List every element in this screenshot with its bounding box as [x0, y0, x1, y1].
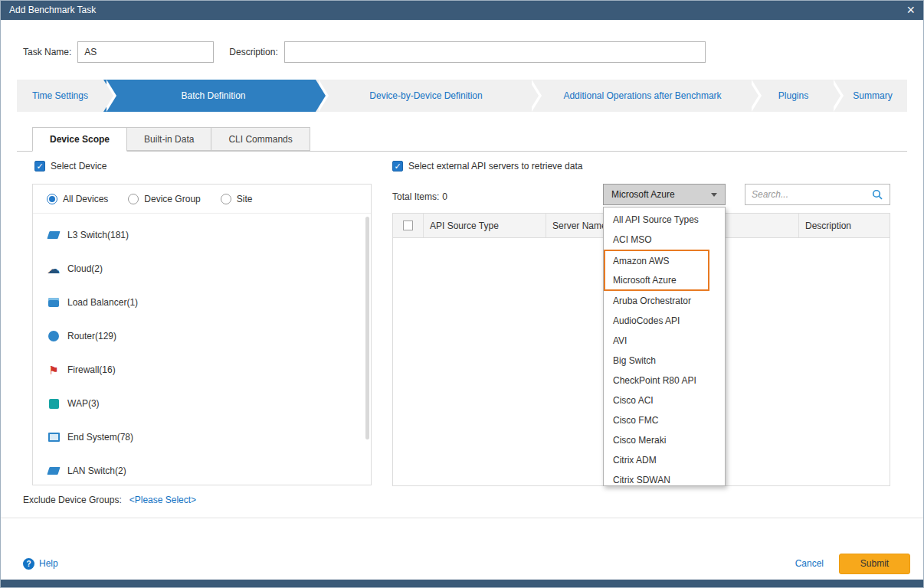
task-name-label: Task Name: [23, 47, 71, 57]
highlighted-options-box: Amazon AWS Microsoft Azure [604, 250, 709, 291]
wizard-steps: Time Settings Batch Definition Device-by… [17, 80, 907, 112]
exclude-device-groups-link[interactable]: <Please Select> [129, 495, 196, 505]
radio-device-group[interactable]: Device Group [128, 194, 200, 204]
device-list-scrollbar[interactable] [365, 217, 369, 439]
api-source-type-select[interactable]: Microsoft Azure [603, 184, 726, 205]
select-api-servers-checkbox[interactable] [392, 161, 403, 172]
dropdown-option-avi[interactable]: AVI [604, 331, 725, 351]
search-icon[interactable] [871, 188, 883, 201]
tab-built-in-data[interactable]: Built-in Data [127, 127, 211, 151]
router-icon [47, 329, 61, 343]
dropdown-option-big-switch[interactable]: Big Switch [604, 351, 725, 371]
description-input[interactable] [284, 41, 706, 63]
dropdown-option-all-api-source-types[interactable]: All API Source Types [604, 210, 725, 230]
wizard-step-time-settings[interactable]: Time Settings [17, 80, 103, 112]
title-bar: Add Benchmark Task × [0, 0, 924, 20]
dropdown-option-cisco-meraki[interactable]: Cisco Meraki [604, 430, 725, 450]
dropdown-option-cisco-fmc[interactable]: Cisco FMC [604, 410, 725, 430]
select-all-checkbox[interactable] [403, 220, 413, 230]
description-label: Description: [229, 47, 277, 57]
wizard-step-batch-definition[interactable]: Batch Definition [103, 80, 316, 112]
task-name-input[interactable] [77, 41, 214, 63]
dropdown-option-microsoft-azure[interactable]: Microsoft Azure [605, 270, 708, 289]
wizard-step-label: Batch Definition [181, 90, 245, 101]
radio-site[interactable]: Site [221, 194, 253, 204]
task-form-row: Task Name: Description: [23, 41, 706, 63]
api-source-type-value: Microsoft Azure [611, 189, 675, 200]
dropdown-option-cisco-aci[interactable]: Cisco ACI [604, 390, 725, 410]
firewall-icon [47, 363, 61, 377]
dropdown-option-aci-mso[interactable]: ACI MSO [604, 230, 725, 250]
header-description: Description [799, 214, 890, 237]
device-item-label: L3 Switch(181) [67, 230, 129, 240]
radio-device-group-control[interactable] [128, 194, 139, 204]
device-item-router[interactable]: Router(129) [47, 319, 371, 353]
select-device-checkbox[interactable] [34, 161, 45, 172]
search-input[interactable] [752, 189, 871, 200]
dropdown-option-citrix-sdwan[interactable]: Citrix SDWAN [604, 470, 725, 486]
device-item-cloud[interactable]: Cloud(2) [47, 252, 371, 286]
dropdown-option-amazon-aws[interactable]: Amazon AWS [605, 251, 708, 270]
dropdown-option-aruba-orchestrator[interactable]: Aruba Orchestrator [604, 291, 725, 311]
load-balancer-icon [47, 296, 61, 309]
device-item-label: Firewall(16) [67, 364, 116, 375]
device-item-lan-switch[interactable]: LAN Switch(2) [47, 454, 371, 488]
tab-device-scope[interactable]: Device Scope [32, 127, 127, 152]
cancel-button[interactable]: Cancel [795, 558, 824, 569]
device-item-label: Load Balancer(1) [67, 297, 138, 308]
radio-label: All Devices [63, 194, 108, 204]
end-system-icon [47, 430, 61, 444]
lan-switch-icon [47, 464, 61, 478]
wizard-step-label: Time Settings [32, 90, 88, 101]
wizard-step-label: Plugins [778, 90, 808, 101]
device-item-label: Cloud(2) [67, 263, 103, 274]
total-items: Total Items: 0 [392, 191, 447, 202]
device-item-end-system[interactable]: End System(78) [47, 420, 371, 454]
tab-cli-commands[interactable]: CLI Commands [211, 127, 310, 151]
bottom-bar [0, 580, 924, 588]
search-box [745, 184, 890, 205]
footer-separator [0, 518, 924, 518]
device-scope-box: All Devices Device Group Site L3 Switch(… [32, 184, 372, 485]
device-item-load-balancer[interactable]: Load Balancer(1) [47, 286, 371, 319]
window-title: Add Benchmark Task [9, 5, 96, 15]
submit-button[interactable]: Submit [839, 554, 910, 574]
footer-actions: Cancel Submit [795, 554, 910, 574]
help-icon: ? [23, 558, 34, 570]
device-item-label: Router(129) [67, 331, 116, 341]
tab-strip: Device Scope Built-in Data CLI Commands [32, 127, 310, 152]
chevron-down-icon [711, 193, 717, 197]
total-items-value: 0 [442, 191, 447, 202]
device-item-l3-switch[interactable]: L3 Switch(181) [47, 218, 371, 252]
dropdown-option-audiocodes-api[interactable]: AudioCodes API [604, 311, 725, 331]
exclude-device-groups-label: Exclude Device Groups: [23, 495, 122, 505]
header-checkbox-cell [393, 214, 424, 237]
device-type-list: L3 Switch(181) Cloud(2) Load Balancer(1)… [33, 214, 371, 488]
device-item-label: End System(78) [67, 432, 133, 443]
radio-all-devices-control[interactable] [47, 194, 57, 204]
header-api-source-type: API Source Type [424, 214, 546, 237]
device-item-wap[interactable]: WAP(3) [47, 387, 371, 420]
select-device-label: Select Device [51, 161, 106, 172]
select-device-row: Select Device [34, 161, 106, 172]
radio-label: Device Group [144, 194, 200, 204]
l3-switch-icon [47, 228, 61, 242]
radio-label: Site [237, 194, 253, 204]
select-api-servers-label: Select external API servers to retrieve … [408, 161, 582, 172]
wizard-step-device-by-device[interactable]: Device-by-Device Definition [316, 80, 529, 112]
footer: ? Help Cancel Submit [0, 553, 924, 574]
wizard-step-label: Device-by-Device Definition [369, 90, 482, 101]
help-link[interactable]: ? Help [23, 558, 58, 570]
radio-all-devices[interactable]: All Devices [47, 194, 108, 204]
help-label: Help [39, 558, 58, 569]
wizard-step-label: Additional Operations after Benchmark [563, 90, 721, 101]
cloud-icon [47, 262, 61, 276]
dropdown-option-checkpoint-r80-api[interactable]: CheckPoint R80 API [604, 371, 725, 390]
device-item-firewall[interactable]: Firewall(16) [47, 353, 371, 387]
dropdown-option-citrix-adm[interactable]: Citrix ADM [604, 450, 725, 470]
wizard-step-additional-operations[interactable]: Additional Operations after Benchmark [529, 80, 749, 112]
device-item-label: LAN Switch(2) [67, 466, 126, 476]
radio-site-control[interactable] [221, 194, 231, 204]
close-icon[interactable]: × [906, 3, 915, 17]
wap-icon [47, 397, 61, 410]
